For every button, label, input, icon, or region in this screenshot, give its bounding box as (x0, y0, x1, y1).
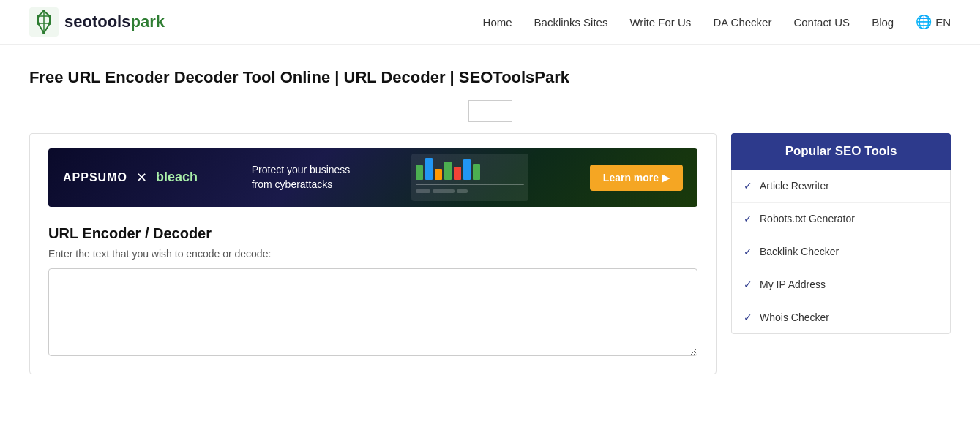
nav-home[interactable]: Home (483, 16, 512, 29)
sidebar-item-whois-checker[interactable]: ✓ Whois Checker (732, 301, 950, 333)
ad-bleach-text: bleach (156, 170, 198, 185)
top-ad-placeholder (468, 100, 512, 122)
nav-da-checker[interactable]: DA Checker (713, 16, 771, 29)
nav-write-for-us[interactable]: Write For Us (629, 16, 691, 29)
sidebar-item-label-2: Backlink Checker (760, 246, 839, 257)
nav-contact[interactable]: Contact US (793, 16, 850, 29)
nav-blog[interactable]: Blog (872, 16, 894, 29)
appsumo-ad-banner[interactable]: APPSUMO ✕ bleach Protect your business f… (48, 148, 697, 207)
ad-dashboard-graphic (411, 154, 528, 201)
top-ad-area (0, 97, 980, 133)
tool-area: APPSUMO ✕ bleach Protect your business f… (29, 133, 717, 374)
svg-point-10 (42, 31, 45, 34)
page-title: Free URL Encoder Decoder Tool Online | U… (29, 67, 951, 89)
ad-left: APPSUMO ✕ bleach (63, 170, 198, 186)
check-icon-3: ✓ (744, 279, 752, 290)
nav-backlinks[interactable]: Backlinks Sites (534, 16, 608, 29)
sidebar-item-backlink-checker[interactable]: ✓ Backlink Checker (732, 235, 950, 268)
sidebar-item-label-0: Article Rewriter (760, 180, 829, 192)
svg-point-7 (48, 15, 51, 18)
check-icon-0: ✓ (744, 180, 752, 192)
svg-point-9 (37, 22, 40, 25)
appsumo-label: APPSUMO (63, 171, 127, 184)
lang-label: EN (935, 16, 951, 29)
sidebar-item-label-4: Whois Checker (760, 311, 829, 323)
svg-point-8 (48, 22, 51, 25)
logo-text: seotoolspark (64, 12, 165, 31)
bleach-label: bleach (156, 170, 198, 184)
sidebar-header: Popular SEO Tools (731, 133, 951, 170)
learn-more-button[interactable]: Learn more ▶ (590, 165, 683, 191)
logo-icon (29, 7, 59, 37)
ad-description: Protect your business from cyberattacks (252, 163, 351, 192)
svg-point-6 (37, 15, 40, 18)
check-icon-1: ✓ (744, 213, 752, 224)
language-selector[interactable]: 🌐 EN (916, 14, 951, 30)
sidebar: Popular SEO Tools ✓ Article Rewriter ✓ R… (731, 133, 951, 374)
sidebar-item-article-rewriter[interactable]: ✓ Article Rewriter (732, 170, 950, 203)
ad-cross-icon: ✕ (136, 170, 147, 186)
sidebar-item-my-ip-address[interactable]: ✓ My IP Address (732, 268, 950, 301)
sidebar-list: ✓ Article Rewriter ✓ Robots.txt Generato… (731, 170, 951, 334)
ad-appsumo-text: APPSUMO (63, 171, 127, 184)
check-icon-2: ✓ (744, 246, 752, 257)
main-content: APPSUMO ✕ bleach Protect your business f… (0, 133, 980, 404)
tool-title: URL Encoder / Decoder (48, 225, 697, 242)
sidebar-item-label-3: My IP Address (760, 279, 826, 290)
main-nav: Home Backlinks Sites Write For Us DA Che… (483, 14, 951, 30)
page-title-section: Free URL Encoder Decoder Tool Online | U… (0, 45, 980, 97)
check-icon-4: ✓ (744, 311, 752, 323)
site-logo[interactable]: seotoolspark (29, 7, 165, 37)
sidebar-item-label-1: Robots.txt Generator (760, 213, 855, 224)
svg-point-5 (42, 10, 45, 12)
tool-description: Enter the text that you wish to encode o… (48, 248, 697, 260)
sidebar-item-robots-generator[interactable]: ✓ Robots.txt Generator (732, 203, 950, 235)
encode-decode-textarea[interactable] (48, 268, 697, 356)
globe-icon: 🌐 (916, 14, 932, 30)
